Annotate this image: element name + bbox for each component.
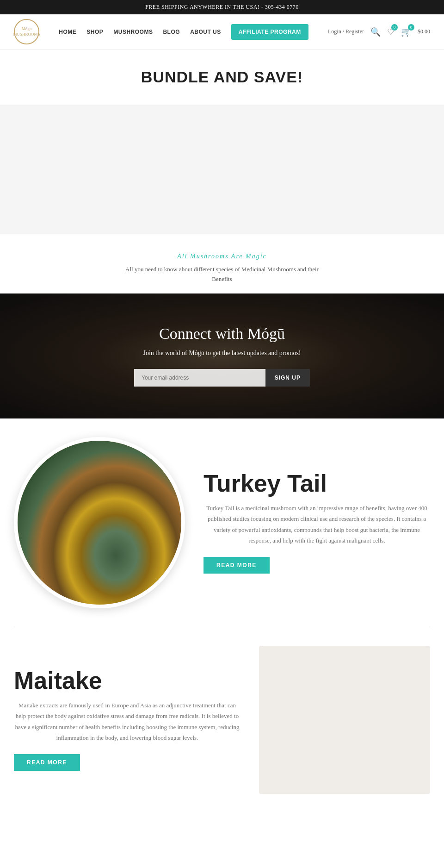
tagline-section: All Mushrooms Are Magic All you need to … bbox=[0, 244, 444, 289]
nav-affiliate[interactable]: AFFILIATE PROGRAM bbox=[231, 24, 308, 40]
email-input[interactable] bbox=[134, 369, 265, 387]
connect-description: Join the world of Mógū to get the lates… bbox=[143, 348, 301, 358]
top-bar: FREE SHIPPING ANYWHERE IN THE USA! - 305… bbox=[0, 0, 444, 14]
cart-badge: 0 bbox=[408, 24, 414, 31]
nav-home[interactable]: HOME bbox=[59, 29, 76, 35]
tagline-subtitle: All Mushrooms Are Magic bbox=[9, 253, 435, 260]
turkey-tail-read-more[interactable]: READ MORE bbox=[204, 557, 270, 574]
nav-blog[interactable]: BLOG bbox=[163, 29, 180, 35]
logo[interactable]: Mógu MUSHROOMS bbox=[14, 19, 39, 44]
connect-title: Connect with Mógū bbox=[159, 325, 285, 343]
maitake-info: Maitake Maitake extracts are famously us… bbox=[14, 664, 240, 776]
turkey-tail-description: Turkey Tail is a medicinal mushroom with… bbox=[204, 503, 430, 546]
turkey-tail-section: Turkey Tail Turkey Tail is a medicinal m… bbox=[0, 418, 444, 627]
header-right: Login / Register 🔍 ♡ 0 🛒 0 $0.00 bbox=[328, 27, 430, 37]
logo-text: Mógu MUSHROOMS bbox=[13, 26, 40, 37]
hero-section: BUNDLE AND SAVE! bbox=[0, 50, 444, 95]
maitake-description: Maitake extracts are famously used in Eu… bbox=[14, 700, 240, 743]
search-button[interactable]: 🔍 bbox=[370, 27, 381, 37]
maitake-name: Maitake bbox=[14, 668, 240, 693]
cart-button[interactable]: 🛒 0 bbox=[401, 27, 411, 37]
turkey-tail-info: Turkey Tail Turkey Tail is a medicinal m… bbox=[204, 467, 430, 579]
signup-button[interactable]: SIGN UP bbox=[265, 369, 310, 387]
nav-mushrooms[interactable]: MUSHROOMS bbox=[113, 29, 153, 35]
email-form: SIGN UP bbox=[134, 369, 310, 387]
maitake-section: Maitake Maitake extracts are famously us… bbox=[0, 627, 444, 812]
turkey-tail-name: Turkey Tail bbox=[204, 471, 430, 495]
nav-shop[interactable]: SHOP bbox=[86, 29, 103, 35]
top-bar-text: FREE SHIPPING ANYWHERE IN THE USA! - 305… bbox=[145, 4, 299, 10]
bundle-image bbox=[0, 105, 444, 234]
main-nav: HOME SHOP MUSHROOMS BLOG ABOUT US AFFILI… bbox=[59, 24, 308, 40]
turkey-tail-art bbox=[18, 441, 181, 605]
hero-title: BUNDLE AND SAVE! bbox=[9, 68, 435, 86]
tagline-description: All you need to know about different spe… bbox=[125, 265, 319, 284]
wishlist-badge: 0 bbox=[391, 24, 398, 31]
turkey-tail-image bbox=[14, 437, 185, 608]
cart-total: $0.00 bbox=[418, 28, 430, 35]
wishlist-button[interactable]: ♡ 0 bbox=[387, 27, 395, 37]
maitake-image bbox=[259, 646, 430, 794]
maitake-read-more[interactable]: READ More bbox=[14, 754, 80, 771]
logo-area: Mógu MUSHROOMS bbox=[14, 19, 39, 44]
connect-section: Connect with Mógū Join the world of Móg… bbox=[0, 293, 444, 418]
login-register-link[interactable]: Login / Register bbox=[328, 28, 364, 35]
header: Mógu MUSHROOMS HOME SHOP MUSHROOMS BLOG … bbox=[0, 14, 444, 50]
nav-about[interactable]: ABOUT US bbox=[190, 29, 221, 35]
